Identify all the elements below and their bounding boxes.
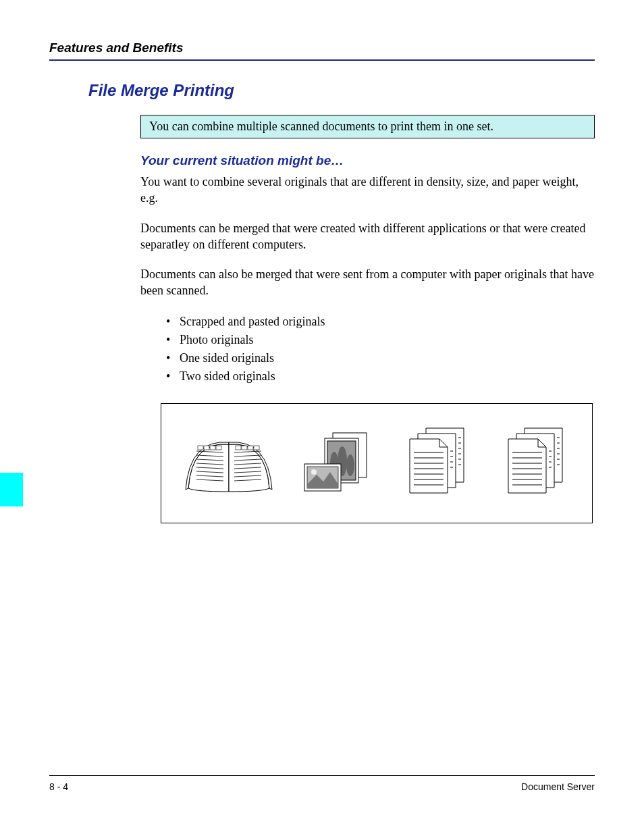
illustration-box bbox=[161, 403, 593, 523]
svg-rect-16 bbox=[198, 446, 203, 450]
bullet-item: Photo originals bbox=[166, 331, 595, 349]
paragraph-2: Documents can be merged that were create… bbox=[140, 220, 595, 253]
svg-rect-19 bbox=[216, 446, 221, 450]
thumb-tab bbox=[0, 473, 23, 506]
svg-point-32 bbox=[311, 469, 317, 475]
page-header: Features and Benefits bbox=[49, 41, 595, 61]
bullet-item: Scrapped and pasted originals bbox=[166, 313, 595, 331]
bullet-item: Two sided originals bbox=[166, 367, 595, 386]
subheading: Your current situation might be… bbox=[140, 153, 595, 168]
bullet-list: Scrapped and pasted originals Photo orig… bbox=[166, 313, 595, 386]
photos-icon bbox=[300, 427, 375, 495]
single-sided-pages-icon bbox=[399, 424, 473, 498]
footer-label: Document Server bbox=[521, 781, 595, 792]
svg-rect-23 bbox=[254, 446, 259, 450]
open-book-icon bbox=[182, 424, 276, 498]
svg-rect-21 bbox=[242, 446, 247, 450]
bullet-item: One sided originals bbox=[166, 349, 595, 367]
svg-point-29 bbox=[346, 454, 354, 476]
svg-rect-20 bbox=[236, 446, 241, 450]
section-title: File Merge Printing bbox=[88, 81, 595, 100]
page-footer: 8 - 4 Document Server bbox=[49, 775, 595, 792]
page-number: 8 - 4 bbox=[49, 781, 68, 792]
svg-rect-22 bbox=[248, 446, 253, 450]
svg-rect-18 bbox=[210, 446, 215, 450]
double-sided-pages-icon bbox=[498, 424, 572, 498]
paragraph-1: You want to combine several originals th… bbox=[140, 174, 595, 207]
info-box: You can combine multiple scanned documen… bbox=[140, 115, 595, 138]
svg-rect-17 bbox=[204, 446, 209, 450]
paragraph-3: Documents can also be merged that were s… bbox=[140, 266, 595, 299]
